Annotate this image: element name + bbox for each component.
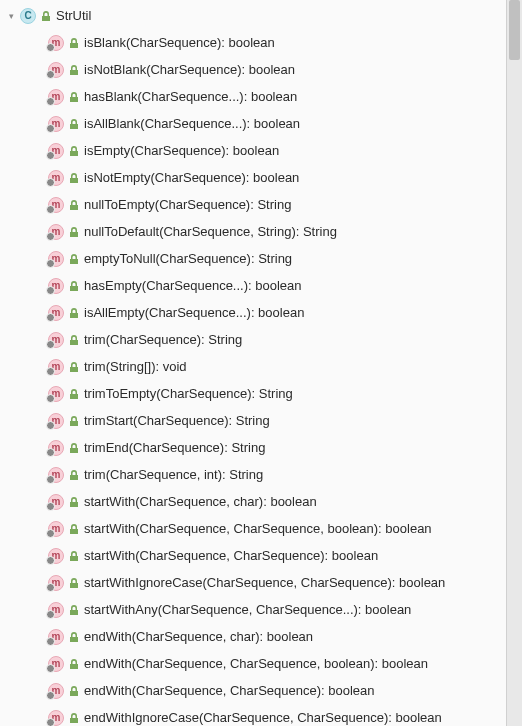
class-node[interactable]: ▾ C StrUtil xyxy=(0,2,522,29)
method-icon: m xyxy=(48,710,64,726)
method-node[interactable]: mtrim(CharSequence): String xyxy=(0,326,522,353)
method-signature-label: trimToEmpty(CharSequence): String xyxy=(84,386,293,401)
method-icon: m xyxy=(48,197,64,213)
method-node[interactable]: misEmpty(CharSequence): boolean xyxy=(0,137,522,164)
method-node[interactable]: misBlank(CharSequence): boolean xyxy=(0,29,522,56)
method-node[interactable]: mhasEmpty(CharSequence...): boolean xyxy=(0,272,522,299)
method-signature-label: endWith(CharSequence, CharSequence, bool… xyxy=(84,656,428,671)
method-icon: m xyxy=(48,251,64,267)
method-icon: m xyxy=(48,35,64,51)
lock-icon xyxy=(68,577,80,589)
method-node[interactable]: misAllBlank(CharSequence...): boolean xyxy=(0,110,522,137)
method-node[interactable]: mendWith(CharSequence, char): boolean xyxy=(0,623,522,650)
method-signature-label: startWithAny(CharSequence, CharSequence.… xyxy=(84,602,411,617)
lock-icon xyxy=(68,280,80,292)
method-icon: m xyxy=(48,602,64,618)
method-signature-label: trim(CharSequence): String xyxy=(84,332,242,347)
method-signature-label: trimEnd(CharSequence): String xyxy=(84,440,265,455)
method-node[interactable]: memptyToNull(CharSequence): String xyxy=(0,245,522,272)
lock-icon xyxy=(68,442,80,454)
lock-icon xyxy=(68,199,80,211)
lock-icon xyxy=(68,658,80,670)
scrollbar-thumb[interactable] xyxy=(509,0,520,60)
method-icon: m xyxy=(48,683,64,699)
method-icon: m xyxy=(48,170,64,186)
lock-icon xyxy=(68,64,80,76)
method-icon: m xyxy=(48,440,64,456)
lock-icon xyxy=(68,361,80,373)
method-signature-label: isAllBlank(CharSequence...): boolean xyxy=(84,116,300,131)
lock-icon xyxy=(68,118,80,130)
structure-tree: ▾ C StrUtil misBlank(CharSequence): bool… xyxy=(0,0,522,726)
method-icon: m xyxy=(48,332,64,348)
method-node[interactable]: mstartWithIgnoreCase(CharSequence, CharS… xyxy=(0,569,522,596)
lock-icon xyxy=(68,334,80,346)
method-node[interactable]: mnullToEmpty(CharSequence): String xyxy=(0,191,522,218)
method-node[interactable]: mstartWith(CharSequence, CharSequence, b… xyxy=(0,515,522,542)
method-signature-label: startWithIgnoreCase(CharSequence, CharSe… xyxy=(84,575,445,590)
method-node[interactable]: mendWith(CharSequence, CharSequence, boo… xyxy=(0,650,522,677)
method-icon: m xyxy=(48,656,64,672)
method-signature-label: endWith(CharSequence, char): boolean xyxy=(84,629,313,644)
method-node[interactable]: misNotEmpty(CharSequence): boolean xyxy=(0,164,522,191)
method-icon: m xyxy=(48,143,64,159)
method-node[interactable]: mstartWith(CharSequence, char): boolean xyxy=(0,488,522,515)
lock-icon xyxy=(68,415,80,427)
method-icon: m xyxy=(48,575,64,591)
method-icon: m xyxy=(48,494,64,510)
method-icon: m xyxy=(48,224,64,240)
method-node[interactable]: mendWith(CharSequence, CharSequence): bo… xyxy=(0,677,522,704)
method-icon: m xyxy=(48,116,64,132)
method-node[interactable]: mstartWith(CharSequence, CharSequence): … xyxy=(0,542,522,569)
method-signature-label: endWithIgnoreCase(CharSequence, CharSequ… xyxy=(84,710,442,725)
method-signature-label: hasEmpty(CharSequence...): boolean xyxy=(84,278,302,293)
method-node[interactable]: mendWithIgnoreCase(CharSequence, CharSeq… xyxy=(0,704,522,726)
method-signature-label: isEmpty(CharSequence): boolean xyxy=(84,143,279,158)
method-icon: m xyxy=(48,62,64,78)
method-node[interactable]: misNotBlank(CharSequence): boolean xyxy=(0,56,522,83)
method-signature-label: isBlank(CharSequence): boolean xyxy=(84,35,275,50)
method-signature-label: trimStart(CharSequence): String xyxy=(84,413,270,428)
method-signature-label: hasBlank(CharSequence...): boolean xyxy=(84,89,297,104)
lock-icon xyxy=(68,307,80,319)
lock-icon xyxy=(68,523,80,535)
lock-icon xyxy=(68,388,80,400)
method-node[interactable]: mhasBlank(CharSequence...): boolean xyxy=(0,83,522,110)
lock-icon xyxy=(68,604,80,616)
method-node[interactable]: mtrimEnd(CharSequence): String xyxy=(0,434,522,461)
method-signature-label: nullToEmpty(CharSequence): String xyxy=(84,197,291,212)
lock-icon xyxy=(68,172,80,184)
method-icon: m xyxy=(48,413,64,429)
method-node[interactable]: mtrimToEmpty(CharSequence): String xyxy=(0,380,522,407)
method-icon: m xyxy=(48,278,64,294)
lock-icon xyxy=(68,253,80,265)
method-signature-label: isNotBlank(CharSequence): boolean xyxy=(84,62,295,77)
method-signature-label: emptyToNull(CharSequence): String xyxy=(84,251,292,266)
lock-icon xyxy=(68,550,80,562)
lock-icon xyxy=(68,145,80,157)
method-icon: m xyxy=(48,305,64,321)
vertical-scrollbar[interactable] xyxy=(506,0,522,726)
method-node[interactable]: mstartWithAny(CharSequence, CharSequence… xyxy=(0,596,522,623)
method-icon: m xyxy=(48,521,64,537)
lock-icon xyxy=(68,469,80,481)
method-signature-label: trim(CharSequence, int): String xyxy=(84,467,263,482)
method-signature-label: startWith(CharSequence, CharSequence, bo… xyxy=(84,521,432,536)
method-signature-label: isAllEmpty(CharSequence...): boolean xyxy=(84,305,304,320)
method-node[interactable]: misAllEmpty(CharSequence...): boolean xyxy=(0,299,522,326)
method-node[interactable]: mtrimStart(CharSequence): String xyxy=(0,407,522,434)
lock-icon xyxy=(68,631,80,643)
method-signature-label: nullToDefault(CharSequence, String): Str… xyxy=(84,224,337,239)
method-icon: m xyxy=(48,467,64,483)
method-node[interactable]: mtrim(CharSequence, int): String xyxy=(0,461,522,488)
lock-icon xyxy=(68,37,80,49)
expand-chevron-icon[interactable]: ▾ xyxy=(6,11,16,21)
method-node[interactable]: mnullToDefault(CharSequence, String): St… xyxy=(0,218,522,245)
method-icon: m xyxy=(48,386,64,402)
class-name-label: StrUtil xyxy=(56,8,91,23)
method-icon: m xyxy=(48,629,64,645)
method-signature-label: startWith(CharSequence, char): boolean xyxy=(84,494,317,509)
method-node[interactable]: mtrim(String[]): void xyxy=(0,353,522,380)
lock-icon xyxy=(68,226,80,238)
lock-icon xyxy=(68,685,80,697)
